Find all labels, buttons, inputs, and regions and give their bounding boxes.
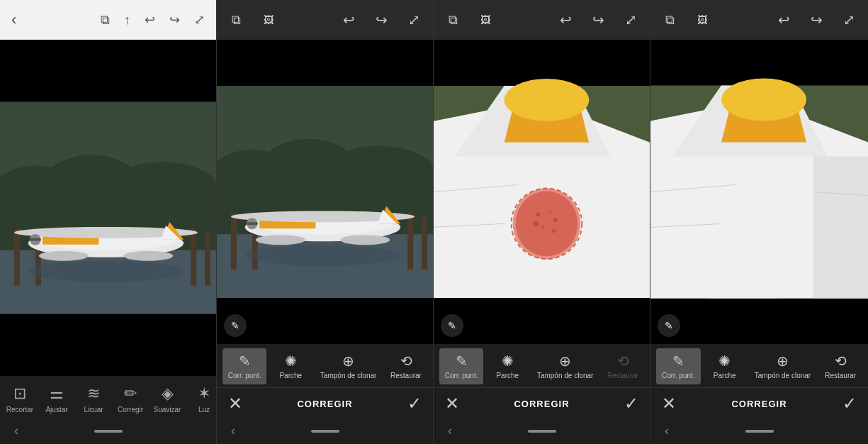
redo-icon-2[interactable]: ↪	[371, 9, 392, 30]
restaurar-tool-3[interactable]: ⟲ Restaurar	[602, 348, 644, 384]
corr-punt-tool-4[interactable]: ✎ Corr. punt.	[656, 348, 701, 384]
cancel-button-2[interactable]: ✕	[228, 394, 242, 414]
undo-icon-2[interactable]: ↩	[338, 9, 359, 30]
liquify-label: Licuar	[84, 406, 103, 414]
liquify-tool[interactable]: ≋ Licuar	[77, 382, 111, 416]
undo-icon[interactable]: ↩	[145, 12, 155, 28]
redo-icon-3[interactable]: ↪	[587, 9, 609, 30]
svg-point-52	[536, 212, 541, 216]
svg-rect-20	[30, 238, 41, 241]
correction-bottom-4: ✕ CORREGIR ✓	[650, 387, 868, 419]
undo-icon-3[interactable]: ↩	[555, 9, 576, 30]
nav-back-1[interactable]: ‹	[14, 423, 18, 438]
parche-label-3: Parche	[496, 372, 519, 380]
svg-point-47	[505, 79, 590, 121]
nav-bar-4: ‹ ›	[650, 419, 868, 444]
parche-tool-4[interactable]: ✺ Parche	[704, 348, 746, 384]
image-area-4[interactable]: ✎	[650, 40, 868, 344]
layers-icon-3[interactable]: ⧉	[442, 9, 463, 30]
pencil-button-3[interactable]: ✎	[441, 314, 463, 337]
expand-icon-4[interactable]: ⤢	[838, 9, 859, 30]
action-title-3: CORREGIR	[514, 399, 569, 409]
panel2-bottom: ✎ Corr. punt. ✺ Parche ⊕ Tampón de clona…	[217, 344, 433, 444]
tampon-tool-3[interactable]: ⊕ Tampón de clonar	[531, 348, 599, 384]
correction-bottom-2: ✕ CORREGIR ✓	[217, 387, 433, 419]
tampon-icon-3: ⊕	[559, 353, 571, 370]
confirm-button-3[interactable]: ✓	[624, 394, 638, 414]
light-icon: ✶	[198, 384, 210, 403]
back-icon[interactable]: ‹	[11, 11, 16, 29]
correct-label: Corregir	[118, 406, 143, 414]
image-icon-3[interactable]: 🖼	[475, 9, 496, 30]
panel4-bottom: ✎ Corr. punt. ✺ Parche ⊕ Tampón de clona…	[650, 344, 868, 444]
cancel-button-3[interactable]: ✕	[445, 394, 459, 414]
redo-icon[interactable]: ↪	[169, 12, 180, 28]
panel2-topbar: ⧉ 🖼 ↩ ↪ ⤢	[217, 0, 433, 40]
image-area-3[interactable]: ✎	[434, 40, 650, 344]
share-icon[interactable]: ↑	[124, 13, 130, 28]
parche-label-2: Parche	[279, 372, 302, 380]
tampon-label-3: Tampón de clonar	[537, 372, 594, 380]
correct-icon: ✏	[124, 384, 137, 403]
panel1-topbar: ‹ ⧉ ↑ ↩ ↪ ⤢	[0, 0, 216, 40]
tampon-label-2: Tampón de clonar	[320, 372, 377, 380]
confirm-button-2[interactable]: ✓	[407, 394, 422, 414]
restaurar-tool-4[interactable]: ⟲ Restaurar	[819, 348, 862, 384]
corr-punt-label-4: Corr. punt.	[662, 372, 695, 380]
expand-icon-2[interactable]: ⤢	[403, 9, 424, 30]
tampon-tool-2[interactable]: ⊕ Tampón de clonar	[315, 348, 382, 384]
crop-tool[interactable]: ⊡ Recortar	[3, 382, 37, 416]
smooth-tool[interactable]: ◈ Suavizar	[150, 382, 184, 416]
parche-icon-4: ✺	[718, 353, 731, 370]
image-area-2[interactable]: ✎	[217, 40, 433, 344]
nav-home-2[interactable]	[311, 430, 339, 433]
adjust-tool[interactable]: ⚌ Ajustar	[40, 382, 74, 416]
seaplane-zoomed-4	[650, 40, 868, 344]
restaurar-tool-2[interactable]: ⟲ Restaurar	[385, 348, 427, 384]
tampon-tool-4[interactable]: ⊕ Tampón de clonar	[749, 348, 817, 384]
nav-back-4[interactable]: ‹	[665, 423, 669, 438]
correct-tool[interactable]: ✏ Corregir	[113, 382, 147, 416]
svg-rect-29	[407, 213, 413, 270]
panel-4: ⧉ 🖼 ↩ ↪ ⤢ ✎	[650, 0, 868, 444]
svg-point-18	[28, 261, 184, 282]
tampon-icon-2: ⊕	[342, 353, 354, 370]
pencil-button-2[interactable]: ✎	[224, 314, 247, 337]
smooth-label: Suavizar	[154, 406, 181, 414]
undo-icon-4[interactable]: ↩	[773, 9, 794, 30]
pencil-button-4[interactable]: ✎	[658, 314, 680, 337]
seaplane-image-1	[0, 40, 216, 376]
expand-icon[interactable]: ⤢	[194, 12, 205, 28]
nav-home-3[interactable]	[528, 430, 556, 433]
svg-rect-6	[14, 229, 20, 286]
nav-back-2[interactable]: ‹	[231, 423, 235, 438]
nav-bar-3: ‹ ›	[434, 419, 650, 444]
light-tool[interactable]: ✶ Luz	[187, 382, 217, 416]
corr-punt-tool-2[interactable]: ✎ Corr. punt.	[222, 348, 266, 384]
layers-icon[interactable]: ⧉	[101, 13, 110, 28]
confirm-button-4[interactable]: ✓	[842, 394, 857, 414]
layers-icon-4[interactable]: ⧉	[659, 9, 680, 30]
cancel-button-4[interactable]: ✕	[662, 394, 676, 414]
light-label: Luz	[198, 406, 210, 414]
restaurar-label-4: Restaurar	[825, 372, 856, 380]
redo-icon-4[interactable]: ↪	[806, 9, 827, 30]
corr-punt-icon-3: ✎	[456, 353, 468, 370]
layers-icon-2[interactable]: ⧉	[225, 9, 247, 30]
correction-tools-4: ✎ Corr. punt. ✺ Parche ⊕ Tampón de clona…	[650, 344, 868, 387]
parche-tool-3[interactable]: ✺ Parche	[486, 348, 529, 384]
parche-tool-2[interactable]: ✺ Parche	[269, 348, 312, 384]
corr-punt-label-3: Corr. punt.	[445, 372, 478, 380]
nav-back-3[interactable]: ‹	[448, 423, 452, 438]
panel3-topbar: ⧉ 🖼 ↩ ↪ ⤢	[434, 0, 650, 40]
image-icon-2[interactable]: 🖼	[258, 9, 279, 30]
image-icon-4[interactable]: 🖼	[692, 9, 713, 30]
action-title-2: CORREGIR	[297, 399, 352, 409]
image-area-1[interactable]	[0, 40, 216, 376]
nav-home-1[interactable]	[94, 430, 123, 433]
panel-1: ‹ ⧉ ↑ ↩ ↪ ⤢	[0, 0, 217, 444]
nav-home-4[interactable]	[745, 430, 774, 433]
expand-icon-3[interactable]: ⤢	[620, 9, 641, 30]
corr-punt-tool-3[interactable]: ✎ Corr. punt.	[439, 348, 483, 384]
restaurar-icon-3: ⟲	[617, 353, 629, 370]
